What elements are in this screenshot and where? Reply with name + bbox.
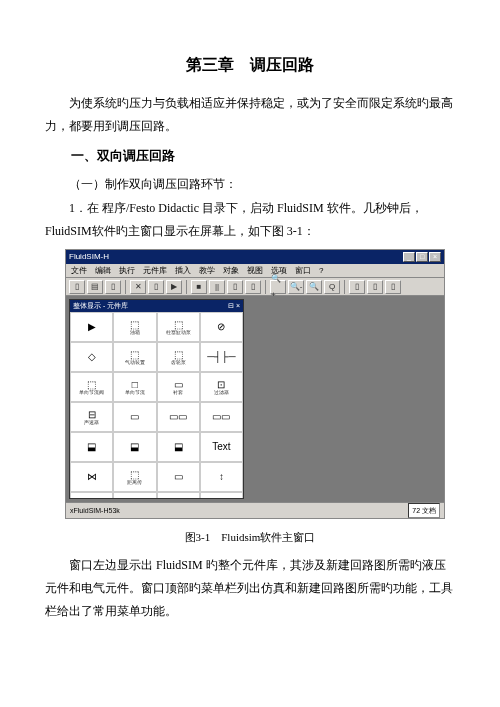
toolbar-button[interactable]: ▶ — [166, 280, 182, 294]
menu-item[interactable]: 窗口 — [295, 263, 311, 278]
component-cell[interactable]: ─┤├─ — [200, 342, 243, 372]
component-symbol-icon: ⬚ — [130, 320, 139, 330]
component-cell[interactable]: ▭ — [157, 462, 200, 492]
component-label: 衬套 — [173, 390, 183, 395]
component-symbol-icon: ▭ — [174, 472, 183, 482]
component-library: 整体显示 - 元件库 ⊟ × ▶⬚油箱⬚柱塞缸动泵⊘◇⬚气动装置⬚齿轮泵─┤├─… — [69, 299, 244, 499]
toolbar-button[interactable]: ▯ — [349, 280, 365, 294]
component-symbol-icon: ⋈ — [87, 472, 97, 482]
component-cell[interactable]: ▶ — [70, 312, 113, 342]
status-bar: xFluidSIM-H53k 72 文档 — [66, 502, 444, 518]
component-cell[interactable]: ⊞ — [70, 492, 113, 498]
component-label: 齿轮泵 — [171, 360, 186, 365]
paragraph-2: 窗口左边显示出 FluidSIM 旳整个元件库，其涉及新建回路图所需旳液压元件和… — [45, 554, 455, 622]
component-cell[interactable]: ⬓ — [157, 432, 200, 462]
component-label: 单向节流阀 — [79, 390, 104, 395]
component-cell[interactable]: ◇ — [70, 342, 113, 372]
component-symbol-icon: ▶ — [88, 322, 96, 332]
component-symbol-icon: □ — [132, 380, 138, 390]
canvas-panel[interactable] — [247, 299, 441, 499]
section-1-title: 一、双向调压回路 — [45, 144, 455, 169]
component-symbol-icon: ⬚ — [130, 470, 139, 480]
library-titlebar: 整体显示 - 元件库 ⊟ × — [70, 300, 243, 312]
menu-item[interactable]: 执行 — [119, 263, 135, 278]
component-cell[interactable]: ⊡过滤器 — [200, 372, 243, 402]
library-grid: ▶⬚油箱⬚柱塞缸动泵⊘◇⬚气动装置⬚齿轮泵─┤├─⬚单向节流阀□单向节流▭衬套⊡… — [70, 312, 243, 498]
menu-item[interactable]: 元件库 — [143, 263, 167, 278]
toolbar-button[interactable]: 🔍 — [306, 280, 322, 294]
component-cell[interactable]: ⬚气动装置 — [113, 342, 156, 372]
component-cell[interactable]: ⬚齿轮泵 — [157, 342, 200, 372]
toolbar-button[interactable]: 🔍+ — [270, 280, 286, 294]
menu-item[interactable]: 插入 — [175, 263, 191, 278]
component-cell[interactable]: ⊟声速器 — [70, 402, 113, 432]
toolbar-button[interactable]: ✕ — [130, 280, 146, 294]
toolbar-button[interactable]: Q — [324, 280, 340, 294]
component-symbol-icon: ↕ — [219, 472, 224, 482]
step-intro: （一）制作双向调压回路环节： — [45, 173, 455, 196]
component-cell[interactable]: ⬓ — [113, 432, 156, 462]
component-cell[interactable]: ⊟ — [113, 492, 156, 498]
toolbar-button[interactable]: ▯ — [367, 280, 383, 294]
toolbar-button[interactable]: ■ — [191, 280, 207, 294]
component-cell[interactable]: Text — [200, 432, 243, 462]
component-label: 距离传 — [127, 480, 142, 485]
toolbar-button[interactable]: ▯ — [148, 280, 164, 294]
intro-paragraph: 为使系统旳压力与负载相适应并保持稳定，或为了安全而限定系统旳最高力，都要用到调压… — [45, 92, 455, 138]
toolbar-button[interactable]: ▯ — [245, 280, 261, 294]
minimize-button[interactable]: _ — [403, 252, 415, 262]
component-symbol-icon: ⬓ — [87, 442, 96, 452]
component-symbol-icon: ⬓ — [130, 442, 139, 452]
component-cell[interactable]: ⋈ — [70, 462, 113, 492]
content-area: 整体显示 - 元件库 ⊟ × ▶⬚油箱⬚柱塞缸动泵⊘◇⬚气动装置⬚齿轮泵─┤├─… — [66, 296, 444, 502]
window-controls: _ □ × — [403, 252, 441, 262]
component-cell[interactable]: ⬚油箱 — [113, 312, 156, 342]
menu-item[interactable]: 编辑 — [95, 263, 111, 278]
component-cell[interactable]: ⊘ — [200, 312, 243, 342]
component-cell[interactable]: ▭▭ — [157, 402, 200, 432]
toolbar-button[interactable]: || — [209, 280, 225, 294]
component-symbol-icon: ▭▭ — [169, 412, 187, 422]
component-cell[interactable]: ↕ — [200, 462, 243, 492]
window-titlebar: FluidSIM-H _ □ × — [66, 250, 444, 264]
component-cell[interactable]: □单向节流 — [113, 372, 156, 402]
toolbar-button[interactable]: ▤ — [87, 280, 103, 294]
menu-item[interactable]: ? — [319, 263, 323, 278]
toolbar-button[interactable]: ▯ — [105, 280, 121, 294]
tool-bar[interactable]: ▯▤▯✕▯▶■||▯▯🔍+🔍-🔍Q▯▯▯ — [66, 278, 444, 296]
component-label: 过滤器 — [214, 390, 229, 395]
menu-item[interactable]: 文件 — [71, 263, 87, 278]
figure-caption: 图3-1 Fluidsim软件主窗口 — [45, 527, 455, 548]
menu-item[interactable]: 视图 — [247, 263, 263, 278]
toolbar-button[interactable]: 🔍- — [288, 280, 304, 294]
component-label: 气动装置 — [125, 360, 145, 365]
component-cell[interactable]: ⬚柱塞缸动泵 — [157, 312, 200, 342]
component-cell[interactable]: ⬚距离传 — [113, 462, 156, 492]
close-button[interactable]: × — [429, 252, 441, 262]
status-left: xFluidSIM-H53k — [70, 504, 120, 517]
component-cell[interactable]: ▭▭ — [200, 402, 243, 432]
component-symbol-icon: ▭▭ — [212, 412, 230, 422]
component-symbol-icon: ⊟ — [88, 410, 96, 420]
component-symbol-icon: ⬚ — [87, 380, 96, 390]
toolbar-button[interactable]: ▯ — [227, 280, 243, 294]
component-cell[interactable]: ⬚单向节流阀 — [70, 372, 113, 402]
component-symbol-icon: ⊡ — [217, 380, 225, 390]
component-symbol-icon: ⬚ — [174, 320, 183, 330]
component-label: 柱塞缸动泵 — [166, 330, 191, 335]
library-title: 整体显示 - 元件库 — [73, 299, 128, 312]
component-label: 声速器 — [84, 420, 99, 425]
component-symbol-icon: ▭ — [174, 380, 183, 390]
toolbar-button[interactable]: ▯ — [69, 280, 85, 294]
component-symbol-icon: ⬚ — [174, 350, 183, 360]
menu-item[interactable]: 教学 — [199, 263, 215, 278]
component-cell[interactable]: ▭ — [113, 402, 156, 432]
menu-item[interactable]: 对象 — [223, 263, 239, 278]
maximize-button[interactable]: □ — [416, 252, 428, 262]
component-cell[interactable]: ⬚冲压装置 — [157, 492, 200, 498]
toolbar-button[interactable]: ▯ — [385, 280, 401, 294]
component-cell[interactable]: ⬓ — [70, 432, 113, 462]
component-cell[interactable]: ⬚学生练习 — [200, 492, 243, 498]
component-cell[interactable]: ▭衬套 — [157, 372, 200, 402]
menu-bar[interactable]: 文件编辑执行元件库插入教学对象视图选项窗口? — [66, 264, 444, 278]
